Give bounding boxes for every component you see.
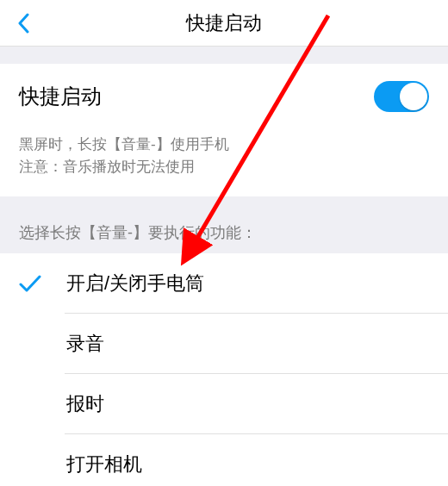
desc-line2: 注意：音乐播放时无法使用 [19,156,429,178]
option-record[interactable]: 录音 [0,314,448,374]
desc-line1: 黑屏时，长按【音量-】使用手机 [19,134,429,156]
description: 黑屏时，长按【音量-】使用手机 注意：音乐播放时无法使用 [0,129,448,196]
option-label: 录音 [66,331,104,357]
toggle-knob [400,83,427,110]
option-list: 开启/关闭手电筒 录音 报时 打开相机 [0,253,448,486]
option-flashlight[interactable]: 开启/关闭手电筒 [0,253,448,314]
toggle-label: 快捷启动 [19,83,102,110]
option-camera[interactable]: 打开相机 [0,434,448,486]
option-label: 报时 [66,391,104,417]
section-label: 选择长按【音量-】要执行的功能： [0,196,448,253]
back-icon [17,13,29,34]
option-label: 开启/关闭手电筒 [66,271,204,296]
header: 快捷启动 [0,0,448,47]
toggle-switch[interactable] [374,81,429,112]
toggle-section: 快捷启动 黑屏时，长按【音量-】使用手机 注意：音乐播放时无法使用 [0,64,448,196]
back-button[interactable] [10,10,36,36]
quick-launch-toggle-row[interactable]: 快捷启动 [0,64,448,129]
option-time[interactable]: 报时 [0,374,448,434]
option-label: 打开相机 [66,452,142,477]
check-column [19,274,66,293]
page-title: 快捷启动 [0,10,448,36]
check-icon [19,274,41,293]
